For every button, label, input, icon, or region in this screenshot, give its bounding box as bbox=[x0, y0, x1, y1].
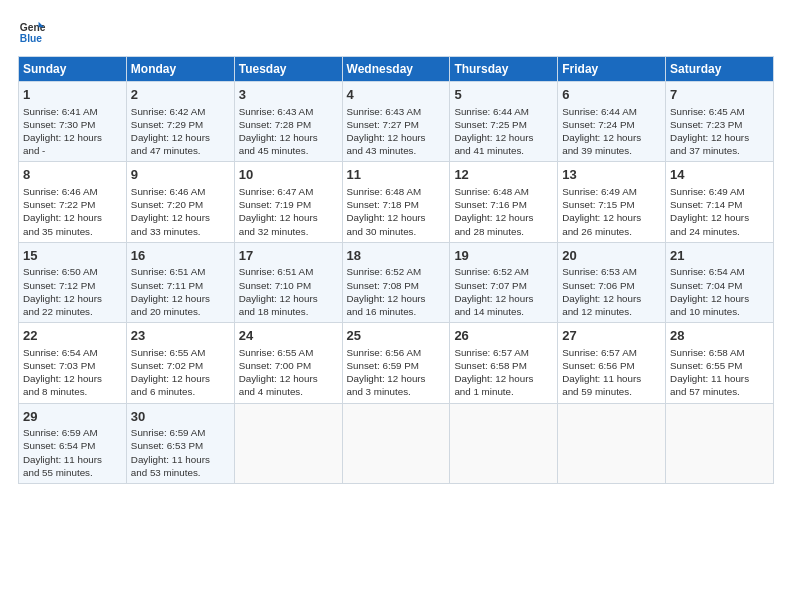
day-info: Sunrise: 6:49 AMSunset: 7:15 PMDaylight:… bbox=[562, 185, 661, 238]
calendar-cell: 27Sunrise: 6:57 AMSunset: 6:56 PMDayligh… bbox=[558, 323, 666, 403]
calendar-table: SundayMondayTuesdayWednesdayThursdayFrid… bbox=[18, 56, 774, 484]
calendar-cell: 24Sunrise: 6:55 AMSunset: 7:00 PMDayligh… bbox=[234, 323, 342, 403]
logo-icon: General Blue bbox=[18, 18, 46, 46]
calendar-cell: 22Sunrise: 6:54 AMSunset: 7:03 PMDayligh… bbox=[19, 323, 127, 403]
day-info: Sunrise: 6:44 AMSunset: 7:25 PMDaylight:… bbox=[454, 105, 553, 158]
day-info: Sunrise: 6:57 AMSunset: 6:58 PMDaylight:… bbox=[454, 346, 553, 399]
day-info: Sunrise: 6:56 AMSunset: 6:59 PMDaylight:… bbox=[347, 346, 446, 399]
day-number: 12 bbox=[454, 166, 553, 184]
calendar-cell: 8Sunrise: 6:46 AMSunset: 7:22 PMDaylight… bbox=[19, 162, 127, 242]
day-info: Sunrise: 6:41 AMSunset: 7:30 PMDaylight:… bbox=[23, 105, 122, 158]
calendar-cell: 28Sunrise: 6:58 AMSunset: 6:55 PMDayligh… bbox=[666, 323, 774, 403]
calendar-week-1: 8Sunrise: 6:46 AMSunset: 7:22 PMDaylight… bbox=[19, 162, 774, 242]
calendar-cell: 4Sunrise: 6:43 AMSunset: 7:27 PMDaylight… bbox=[342, 82, 450, 162]
day-info: Sunrise: 6:53 AMSunset: 7:06 PMDaylight:… bbox=[562, 265, 661, 318]
day-info: Sunrise: 6:44 AMSunset: 7:24 PMDaylight:… bbox=[562, 105, 661, 158]
svg-text:General: General bbox=[20, 22, 46, 33]
day-number: 25 bbox=[347, 327, 446, 345]
day-header-tuesday: Tuesday bbox=[234, 57, 342, 82]
day-info: Sunrise: 6:59 AMSunset: 6:53 PMDaylight:… bbox=[131, 426, 230, 479]
day-number: 29 bbox=[23, 408, 122, 426]
calendar-header-row: SundayMondayTuesdayWednesdayThursdayFrid… bbox=[19, 57, 774, 82]
day-number: 22 bbox=[23, 327, 122, 345]
day-number: 21 bbox=[670, 247, 769, 265]
day-number: 5 bbox=[454, 86, 553, 104]
calendar-cell: 26Sunrise: 6:57 AMSunset: 6:58 PMDayligh… bbox=[450, 323, 558, 403]
calendar-cell: 3Sunrise: 6:43 AMSunset: 7:28 PMDaylight… bbox=[234, 82, 342, 162]
calendar-cell: 16Sunrise: 6:51 AMSunset: 7:11 PMDayligh… bbox=[126, 242, 234, 322]
day-number: 17 bbox=[239, 247, 338, 265]
calendar-cell: 25Sunrise: 6:56 AMSunset: 6:59 PMDayligh… bbox=[342, 323, 450, 403]
calendar-cell: 11Sunrise: 6:48 AMSunset: 7:18 PMDayligh… bbox=[342, 162, 450, 242]
calendar-cell: 15Sunrise: 6:50 AMSunset: 7:12 PMDayligh… bbox=[19, 242, 127, 322]
day-info: Sunrise: 6:57 AMSunset: 6:56 PMDaylight:… bbox=[562, 346, 661, 399]
calendar-cell: 10Sunrise: 6:47 AMSunset: 7:19 PMDayligh… bbox=[234, 162, 342, 242]
day-number: 28 bbox=[670, 327, 769, 345]
day-info: Sunrise: 6:52 AMSunset: 7:08 PMDaylight:… bbox=[347, 265, 446, 318]
day-info: Sunrise: 6:46 AMSunset: 7:22 PMDaylight:… bbox=[23, 185, 122, 238]
day-info: Sunrise: 6:51 AMSunset: 7:10 PMDaylight:… bbox=[239, 265, 338, 318]
calendar-week-2: 15Sunrise: 6:50 AMSunset: 7:12 PMDayligh… bbox=[19, 242, 774, 322]
calendar-cell: 12Sunrise: 6:48 AMSunset: 7:16 PMDayligh… bbox=[450, 162, 558, 242]
day-info: Sunrise: 6:48 AMSunset: 7:16 PMDaylight:… bbox=[454, 185, 553, 238]
day-header-friday: Friday bbox=[558, 57, 666, 82]
day-info: Sunrise: 6:54 AMSunset: 7:04 PMDaylight:… bbox=[670, 265, 769, 318]
calendar-cell: 21Sunrise: 6:54 AMSunset: 7:04 PMDayligh… bbox=[666, 242, 774, 322]
calendar-body: 1Sunrise: 6:41 AMSunset: 7:30 PMDaylight… bbox=[19, 82, 774, 484]
calendar-cell bbox=[450, 403, 558, 483]
day-number: 13 bbox=[562, 166, 661, 184]
day-number: 4 bbox=[347, 86, 446, 104]
calendar-cell: 20Sunrise: 6:53 AMSunset: 7:06 PMDayligh… bbox=[558, 242, 666, 322]
calendar-cell: 30Sunrise: 6:59 AMSunset: 6:53 PMDayligh… bbox=[126, 403, 234, 483]
day-info: Sunrise: 6:43 AMSunset: 7:28 PMDaylight:… bbox=[239, 105, 338, 158]
day-number: 24 bbox=[239, 327, 338, 345]
day-header-sunday: Sunday bbox=[19, 57, 127, 82]
calendar-cell: 23Sunrise: 6:55 AMSunset: 7:02 PMDayligh… bbox=[126, 323, 234, 403]
day-number: 14 bbox=[670, 166, 769, 184]
day-number: 2 bbox=[131, 86, 230, 104]
calendar-cell bbox=[342, 403, 450, 483]
day-number: 6 bbox=[562, 86, 661, 104]
day-info: Sunrise: 6:42 AMSunset: 7:29 PMDaylight:… bbox=[131, 105, 230, 158]
day-number: 19 bbox=[454, 247, 553, 265]
day-number: 1 bbox=[23, 86, 122, 104]
calendar-week-0: 1Sunrise: 6:41 AMSunset: 7:30 PMDaylight… bbox=[19, 82, 774, 162]
day-header-wednesday: Wednesday bbox=[342, 57, 450, 82]
day-number: 18 bbox=[347, 247, 446, 265]
day-number: 26 bbox=[454, 327, 553, 345]
day-number: 10 bbox=[239, 166, 338, 184]
day-info: Sunrise: 6:49 AMSunset: 7:14 PMDaylight:… bbox=[670, 185, 769, 238]
day-number: 30 bbox=[131, 408, 230, 426]
day-header-monday: Monday bbox=[126, 57, 234, 82]
day-info: Sunrise: 6:55 AMSunset: 7:02 PMDaylight:… bbox=[131, 346, 230, 399]
calendar-cell bbox=[234, 403, 342, 483]
calendar-cell: 29Sunrise: 6:59 AMSunset: 6:54 PMDayligh… bbox=[19, 403, 127, 483]
page-container: General Blue SundayMondayTuesdayWednesda… bbox=[0, 0, 792, 494]
calendar-week-4: 29Sunrise: 6:59 AMSunset: 6:54 PMDayligh… bbox=[19, 403, 774, 483]
calendar-cell: 5Sunrise: 6:44 AMSunset: 7:25 PMDaylight… bbox=[450, 82, 558, 162]
calendar-week-3: 22Sunrise: 6:54 AMSunset: 7:03 PMDayligh… bbox=[19, 323, 774, 403]
header: General Blue bbox=[18, 18, 774, 46]
day-number: 16 bbox=[131, 247, 230, 265]
day-number: 3 bbox=[239, 86, 338, 104]
day-number: 15 bbox=[23, 247, 122, 265]
calendar-cell bbox=[558, 403, 666, 483]
day-info: Sunrise: 6:50 AMSunset: 7:12 PMDaylight:… bbox=[23, 265, 122, 318]
day-number: 27 bbox=[562, 327, 661, 345]
logo: General Blue bbox=[18, 18, 46, 46]
calendar-cell: 14Sunrise: 6:49 AMSunset: 7:14 PMDayligh… bbox=[666, 162, 774, 242]
calendar-cell: 13Sunrise: 6:49 AMSunset: 7:15 PMDayligh… bbox=[558, 162, 666, 242]
calendar-cell: 1Sunrise: 6:41 AMSunset: 7:30 PMDaylight… bbox=[19, 82, 127, 162]
day-info: Sunrise: 6:59 AMSunset: 6:54 PMDaylight:… bbox=[23, 426, 122, 479]
calendar-cell bbox=[666, 403, 774, 483]
calendar-cell: 6Sunrise: 6:44 AMSunset: 7:24 PMDaylight… bbox=[558, 82, 666, 162]
day-info: Sunrise: 6:43 AMSunset: 7:27 PMDaylight:… bbox=[347, 105, 446, 158]
day-info: Sunrise: 6:55 AMSunset: 7:00 PMDaylight:… bbox=[239, 346, 338, 399]
calendar-cell: 19Sunrise: 6:52 AMSunset: 7:07 PMDayligh… bbox=[450, 242, 558, 322]
day-number: 8 bbox=[23, 166, 122, 184]
day-info: Sunrise: 6:47 AMSunset: 7:19 PMDaylight:… bbox=[239, 185, 338, 238]
day-number: 20 bbox=[562, 247, 661, 265]
day-info: Sunrise: 6:54 AMSunset: 7:03 PMDaylight:… bbox=[23, 346, 122, 399]
day-number: 7 bbox=[670, 86, 769, 104]
day-header-thursday: Thursday bbox=[450, 57, 558, 82]
